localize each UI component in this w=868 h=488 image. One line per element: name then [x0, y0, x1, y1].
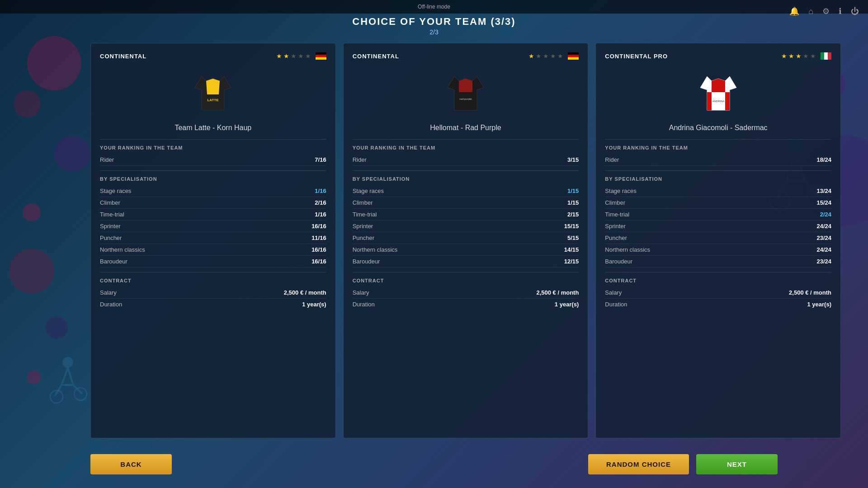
- spec-row: Puncher 5/15: [353, 232, 579, 244]
- contract-row: Salary 2,500 € / month: [605, 287, 831, 299]
- spec-row: Time-trial 2/15: [353, 209, 579, 221]
- spec-row: Time-trial 1/16: [100, 209, 326, 221]
- offline-bar: Off-line mode 🔔 ⌂ ⚙ ℹ ⏻: [0, 0, 868, 14]
- random-choice-button[interactable]: Random Choice: [588, 454, 689, 474]
- spec-section-label: BY SPECIALISATION: [100, 176, 326, 182]
- spec-value: 5/15: [567, 235, 579, 241]
- star-icon: ★: [557, 52, 563, 60]
- spec-label: Northern classics: [605, 246, 650, 253]
- jersey-area: ANDRINA: [605, 65, 831, 119]
- svg-rect-14: [821, 52, 824, 60]
- back-button[interactable]: Back: [90, 454, 172, 474]
- star-icon: ★: [796, 52, 802, 60]
- spec-row: Stage races 1/16: [100, 185, 326, 197]
- spec-value: 23/24: [816, 235, 831, 241]
- divider-1: [353, 139, 579, 140]
- spec-value: 1/16: [315, 211, 326, 218]
- spec-label: Northern classics: [353, 246, 398, 253]
- divider-3: [100, 272, 326, 272]
- spec-label: Sprinter: [605, 223, 626, 230]
- spec-row: Sprinter 24/24: [605, 221, 831, 232]
- divider-2: [605, 170, 831, 171]
- svg-point-5: [74, 388, 87, 400]
- spec-value: 16/16: [311, 258, 326, 265]
- contract-section-label: CONTRACT: [100, 278, 326, 283]
- home-icon[interactable]: ⌂: [808, 7, 813, 16]
- team-card-3[interactable]: CONTINENTAL PRO ★★★★★ ANDRINA Andrina Gi…: [595, 43, 841, 438]
- flag-icon: [316, 52, 326, 60]
- contract-row: Salary 2,500 € / month: [100, 287, 326, 299]
- team-card-2[interactable]: CONTINENTAL ★★★★★ rad-purple Hellomat - …: [343, 43, 589, 438]
- svg-rect-16: [828, 52, 831, 60]
- card-rating: ★★★★★: [781, 52, 831, 60]
- bell-icon[interactable]: 🔔: [789, 6, 799, 16]
- team-card-1[interactable]: CONTINENTAL ★★★★★ LATTE Team Latte - Kor…: [90, 43, 336, 438]
- ranking-section-label: YOUR RANKING IN THE TEAM: [100, 145, 326, 150]
- rank-label: Rider: [100, 156, 114, 163]
- spec-row: Northern classics 16/16: [100, 244, 326, 256]
- contract-row: Duration 1 year(s): [353, 299, 579, 310]
- card-type: CONTINENTAL: [353, 53, 399, 60]
- cyclist-silhouette-left: [45, 352, 90, 407]
- svg-rect-11: [568, 55, 579, 57]
- right-buttons: Random Choice Next: [588, 454, 778, 474]
- contract-section-label: CONTRACT: [605, 278, 831, 283]
- svg-rect-15: [824, 52, 828, 60]
- card-rating: ★★★★★: [528, 52, 579, 60]
- spec-label: Baroudeur: [353, 258, 380, 265]
- spec-label: Puncher: [605, 235, 627, 241]
- spec-label: Climber: [100, 199, 120, 206]
- spec-row: Northern classics 14/15: [353, 244, 579, 256]
- svg-text:LATTE: LATTE: [208, 98, 219, 102]
- jersey-area: LATTE: [100, 65, 326, 119]
- spec-value: 12/15: [564, 258, 579, 265]
- spec-label: Stage races: [100, 188, 131, 194]
- team-name: Hellomat - Rad Purple: [353, 124, 579, 132]
- spec-label: Baroudeur: [100, 258, 127, 265]
- spec-row: Climber 2/16: [100, 197, 326, 209]
- spec-label: Puncher: [100, 235, 122, 241]
- stars-container: ★★★★★: [276, 52, 311, 60]
- star-icon: ★: [810, 52, 816, 60]
- spec-label: Sprinter: [353, 223, 373, 230]
- spec-label: Puncher: [353, 235, 374, 241]
- contract-row: Duration 1 year(s): [605, 299, 831, 310]
- gear-icon[interactable]: ⚙: [822, 6, 830, 16]
- spec-label: Time-trial: [353, 211, 377, 218]
- star-icon: ★: [283, 52, 289, 60]
- card-rating: ★★★★★: [276, 52, 326, 60]
- spec-value: 15/15: [564, 223, 579, 230]
- spec-value: 13/24: [816, 188, 831, 194]
- rank-value: 3/15: [567, 156, 579, 163]
- spec-value: 16/16: [311, 246, 326, 253]
- spec-row: Puncher 23/24: [605, 232, 831, 244]
- spec-value: 2/15: [567, 211, 579, 218]
- contract-label: Duration: [605, 301, 627, 308]
- spec-label: Time-trial: [605, 211, 629, 218]
- contract-value: 2,500 € / month: [536, 289, 579, 296]
- svg-text:rad-purple: rad-purple: [459, 98, 472, 100]
- spec-row: Baroudeur 12/15: [353, 256, 579, 267]
- divider-2: [353, 170, 579, 171]
- next-button[interactable]: Next: [696, 454, 778, 474]
- svg-rect-6: [316, 52, 326, 55]
- star-icon: ★: [536, 52, 542, 60]
- spec-value: 2/16: [315, 199, 326, 206]
- spec-value: 1/15: [567, 199, 579, 206]
- star-icon: ★: [788, 52, 794, 60]
- spec-value: 1/16: [315, 188, 326, 194]
- spec-row: Climber 1/15: [353, 197, 579, 209]
- rank-row: Rider 7/16: [100, 154, 326, 166]
- info-icon[interactable]: ℹ: [839, 6, 842, 16]
- rank-row: Rider 3/15: [353, 154, 579, 166]
- power-icon[interactable]: ⏻: [851, 7, 859, 16]
- card-header: CONTINENTAL PRO ★★★★★: [605, 52, 831, 60]
- spec-value: 16/16: [311, 223, 326, 230]
- star-icon: ★: [543, 52, 549, 60]
- spec-value: 2/24: [820, 211, 831, 218]
- contract-value: 2,500 € / month: [284, 289, 326, 296]
- card-type: CONTINENTAL: [100, 53, 146, 60]
- spec-value: 24/24: [816, 223, 831, 230]
- spec-label: Time-trial: [100, 211, 124, 218]
- stars-container: ★★★★★: [528, 52, 563, 60]
